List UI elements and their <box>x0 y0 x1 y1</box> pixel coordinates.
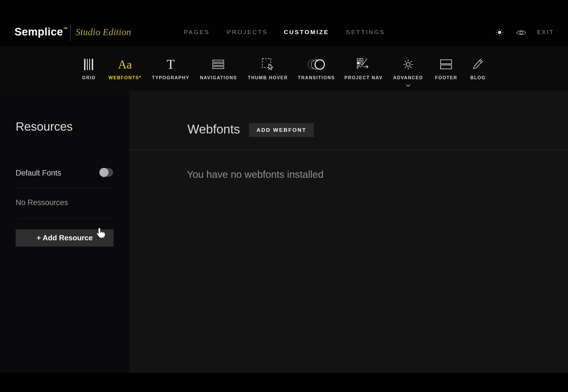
customize-toolbar: GRID Aa WEBFONTS* T TYPOGRAPHY NAVIGATIO <box>0 46 568 91</box>
advanced-icon <box>393 57 423 72</box>
toolbar-item-typography[interactable]: T TYPOGRAPHY <box>152 57 189 80</box>
brand-text: Semplice <box>14 26 63 38</box>
webfonts-icon: Aa <box>108 57 141 72</box>
nav-item-pages[interactable]: PAGES <box>184 29 210 36</box>
semplice-customize-screen: Semplice™ Studio Edition PAGES PROJECTS … <box>0 0 568 392</box>
preview-eye-icon[interactable] <box>516 30 526 37</box>
empty-state-message: You have no webfonts installed <box>187 169 323 180</box>
toolbar-item-transitions[interactable]: TRANSITIONS <box>298 57 335 80</box>
exit-button[interactable]: EXIT <box>537 29 554 36</box>
page-title: Webfonts <box>187 122 240 136</box>
sidebar-title: Resources <box>16 120 73 134</box>
transitions-icon <box>298 57 335 72</box>
add-webfont-button[interactable]: ADD WEBFONT <box>249 123 314 137</box>
project-nav-icon <box>344 57 383 72</box>
nav-item-projects[interactable]: PROJECTS <box>227 29 268 36</box>
trademark-symbol: ™ <box>63 26 68 31</box>
toolbar-item-blog[interactable]: BLOG <box>470 57 486 80</box>
blog-icon <box>470 57 486 72</box>
nav-item-settings[interactable]: SETTINGS <box>346 29 385 36</box>
studio-edition-label: Studio Edition <box>76 27 131 37</box>
toolbar-item-footer[interactable]: FOOTER <box>435 57 458 80</box>
toolbar-item-advanced[interactable]: ADVANCED <box>393 57 423 88</box>
toolbar-item-navigations[interactable]: NAVIGATIONS <box>200 57 237 80</box>
semplice-logo[interactable]: Semplice™ <box>14 26 67 38</box>
brightness-icon[interactable] <box>496 28 504 37</box>
navigations-icon <box>200 57 237 72</box>
toolbar-item-thumb-hover[interactable]: THUMB HOVER <box>248 57 288 80</box>
footer-icon <box>435 57 458 72</box>
sidebar-divider <box>17 188 114 188</box>
toolbar-item-grid[interactable]: GRID <box>82 57 96 80</box>
default-fonts-toggle[interactable] <box>100 168 113 177</box>
app-header: Semplice™ Studio Edition PAGES PROJECTS … <box>0 0 568 46</box>
chevron-down-icon[interactable] <box>393 83 423 88</box>
toolbar-item-webfonts[interactable]: Aa WEBFONTS* <box>108 57 141 80</box>
hand-cursor-icon <box>96 227 106 240</box>
logo-divider <box>70 24 71 41</box>
thumb-hover-icon <box>248 57 288 72</box>
sidebar-divider <box>17 218 114 219</box>
typography-icon: T <box>152 57 189 72</box>
nav-item-customize[interactable]: CUSTOMIZE <box>284 29 329 36</box>
content-divider <box>129 150 568 150</box>
no-resources-label: No Ressources <box>16 198 68 207</box>
default-fonts-label: Default Fonts <box>16 169 61 178</box>
toggle-knob <box>99 168 108 177</box>
toolbar-item-project-nav[interactable]: PROJECT NAV <box>344 57 383 80</box>
grid-icon <box>82 57 96 72</box>
